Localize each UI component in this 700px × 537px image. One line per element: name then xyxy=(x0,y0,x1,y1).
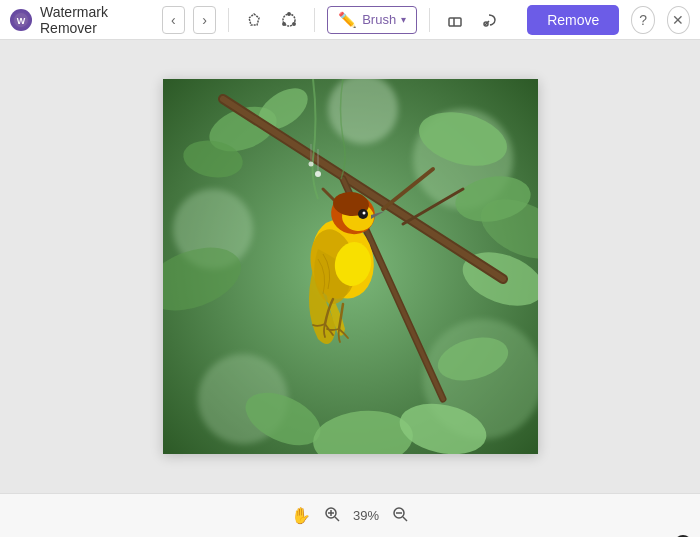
eraser-tool-button[interactable] xyxy=(442,6,469,34)
svg-text:W: W xyxy=(17,16,26,26)
svg-line-51 xyxy=(403,517,407,521)
back-button[interactable]: ‹ xyxy=(162,6,185,34)
help-button[interactable]: ? xyxy=(631,6,654,34)
separator-3 xyxy=(429,8,430,32)
svg-point-44 xyxy=(308,162,313,167)
separator-2 xyxy=(314,8,315,32)
hand-icon[interactable]: ✋ xyxy=(291,506,311,525)
zoom-in-icon[interactable] xyxy=(323,505,341,527)
close-button[interactable]: ✕ xyxy=(667,6,690,34)
polygon-tool-button[interactable] xyxy=(276,6,303,34)
svg-rect-6 xyxy=(449,18,461,26)
bird-image xyxy=(163,79,538,454)
lasso-tool-button[interactable] xyxy=(241,6,268,34)
zoom-out-icon[interactable] xyxy=(391,505,409,527)
svg-point-4 xyxy=(293,22,295,24)
svg-point-39 xyxy=(362,212,365,215)
brush-label: Brush xyxy=(362,12,396,27)
svg-line-47 xyxy=(335,517,339,521)
separator-1 xyxy=(228,8,229,32)
app-logo: W xyxy=(10,9,32,31)
forward-button[interactable]: › xyxy=(193,6,216,34)
chevron-down-icon: ▾ xyxy=(401,14,406,25)
svg-point-3 xyxy=(288,12,290,14)
svg-point-42 xyxy=(315,171,321,177)
zoom-level: 39% xyxy=(353,508,379,523)
main-canvas-area xyxy=(0,40,700,493)
titlebar: W Watermark Remover ‹ › ✏️ Brush ▾ xyxy=(0,0,700,40)
brush-tool-button[interactable]: ✏️ Brush ▾ xyxy=(327,6,417,34)
statusbar: ✋ 39% xyxy=(0,493,700,537)
brush-icon: ✏️ xyxy=(338,11,357,29)
svg-point-5 xyxy=(283,22,285,24)
image-container[interactable] xyxy=(163,79,538,454)
extra-tool-button[interactable] xyxy=(477,6,504,34)
remove-button[interactable]: Remove xyxy=(527,5,619,35)
app-title: Watermark Remover xyxy=(40,4,146,36)
